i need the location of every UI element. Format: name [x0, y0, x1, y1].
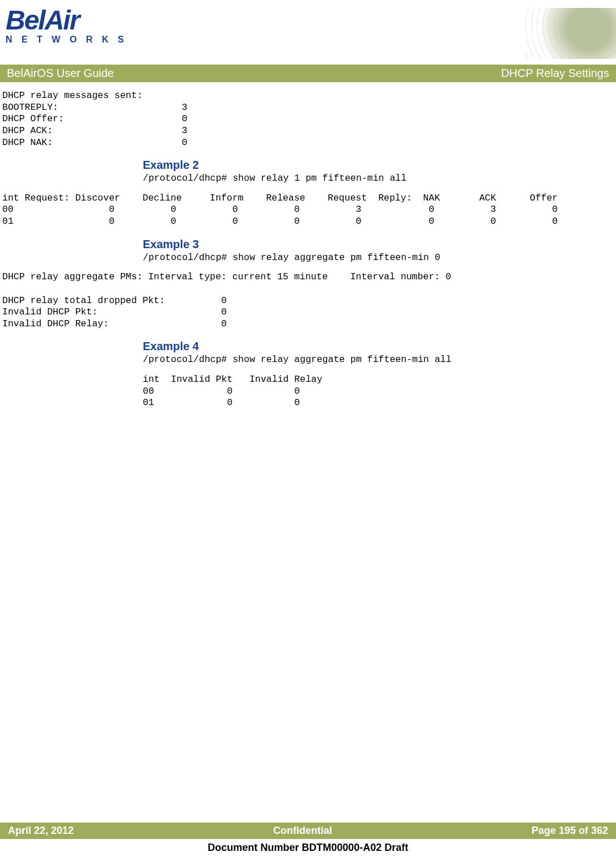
header-graphic-icon — [525, 8, 616, 59]
page-content: DHCP relay messages sent: BOOTREPLY: 3 D… — [0, 90, 616, 409]
example-4-heading: Example 4 — [143, 340, 614, 353]
document-number: Document Number BDTM00000-A02 Draft — [0, 842, 616, 854]
section-title: DHCP Relay Settings — [501, 67, 609, 80]
example-2-command: /protocol/dhcp# show relay 1 pm fifteen-… — [143, 173, 614, 185]
page-header: BelAir N E T W O R K S — [0, 0, 616, 59]
example-3-heading: Example 3 — [143, 238, 614, 251]
example-4-command: /protocol/dhcp# show relay aggregate pm … — [143, 354, 614, 366]
brand-logo: BelAir N E T W O R K S — [6, 8, 127, 45]
example-2-table: int Request: Discover Decline Inform Rel… — [2, 193, 614, 228]
guide-title: BelAirOS User Guide — [7, 67, 114, 80]
example-3-body: DHCP relay aggregate PMs: Interval type:… — [2, 271, 614, 330]
example-3-command: /protocol/dhcp# show relay aggregate pm … — [143, 252, 614, 264]
title-bar: BelAirOS User Guide DHCP Relay Settings — [0, 65, 616, 82]
footer-date: April 22, 2012 — [8, 825, 74, 837]
footer-confidential: Confidential — [273, 825, 332, 837]
logo-line2: N E T W O R K S — [6, 35, 127, 45]
logo-line1: BelAir — [6, 8, 127, 32]
messages-sent-block: DHCP relay messages sent: BOOTREPLY: 3 D… — [2, 90, 614, 148]
footer-page: Page 195 of 362 — [532, 825, 608, 837]
example-2-heading: Example 2 — [143, 159, 614, 172]
example-4-body: int Invalid Pkt Invalid Relay 00 0 0 01 … — [143, 374, 614, 409]
footer-bar: April 22, 2012 Confidential Page 195 of … — [0, 823, 616, 839]
